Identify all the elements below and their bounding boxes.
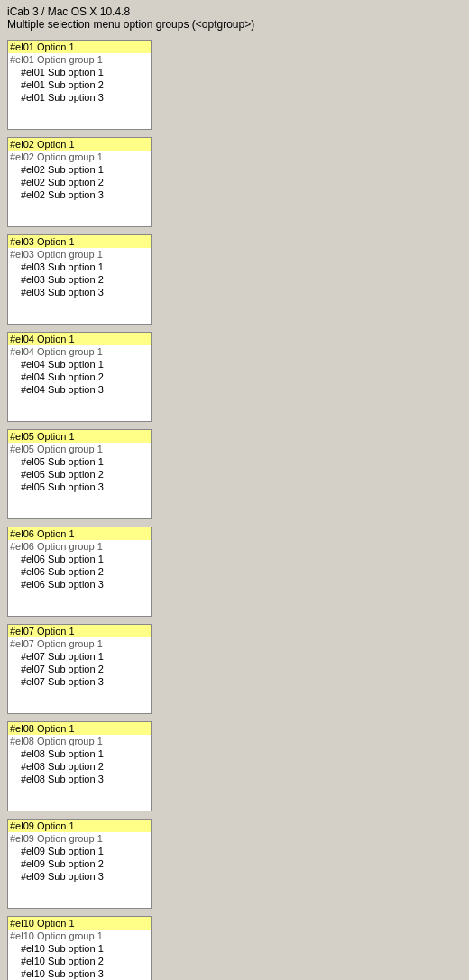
group-label-el04: #el04 Option group 1	[8, 345, 151, 358]
sub-option-el03-2[interactable]: #el03 Sub option 2	[8, 273, 151, 286]
sub-option-el04-1[interactable]: #el04 Sub option 1	[8, 358, 151, 371]
select-list-el02: #el02 Option 1#el02 Option group 1#el02 …	[8, 138, 151, 226]
sub-option-el09-3[interactable]: #el09 Sub option 3	[8, 870, 151, 883]
sub-option-el09-2[interactable]: #el09 Sub option 2	[8, 857, 151, 870]
select-el03[interactable]: #el03 Option 1#el03 Option group 1#el03 …	[7, 234, 152, 325]
select-list-el10: #el10 Option 1#el10 Option group 1#el10 …	[8, 917, 151, 980]
page-subtitle: Multiple selection menu option groups (<…	[7, 18, 462, 31]
sub-option-el08-3[interactable]: #el08 Sub option 3	[8, 773, 151, 785]
sub-option-el06-2[interactable]: #el06 Sub option 2	[8, 565, 151, 578]
sub-option-el03-3[interactable]: #el03 Sub option 3	[8, 286, 151, 298]
sub-option-el10-1[interactable]: #el10 Sub option 1	[8, 942, 151, 955]
sub-option-el07-2[interactable]: #el07 Sub option 2	[8, 663, 151, 675]
top-option-el01[interactable]: #el01 Option 1	[8, 41, 151, 53]
group-label-el02: #el02 Option group 1	[8, 151, 151, 163]
select-el07[interactable]: #el07 Option 1#el07 Option group 1#el07 …	[7, 624, 152, 714]
top-option-el04[interactable]: #el04 Option 1	[8, 333, 151, 345]
group-label-el05: #el05 Option group 1	[8, 443, 151, 455]
select-list-el04: #el04 Option 1#el04 Option group 1#el04 …	[8, 333, 151, 421]
sub-option-el10-3[interactable]: #el10 Sub option 3	[8, 967, 151, 980]
sub-option-el02-2[interactable]: #el02 Sub option 2	[8, 176, 151, 188]
group-label-el07: #el07 Option group 1	[8, 637, 151, 650]
top-option-el06[interactable]: #el06 Option 1	[8, 527, 151, 540]
sub-option-el08-1[interactable]: #el08 Sub option 1	[8, 747, 151, 760]
select-list-el05: #el05 Option 1#el05 Option group 1#el05 …	[8, 430, 151, 518]
sub-option-el05-1[interactable]: #el05 Sub option 1	[8, 455, 151, 468]
sub-option-el09-1[interactable]: #el09 Sub option 1	[8, 845, 151, 857]
sub-option-el05-2[interactable]: #el05 Sub option 2	[8, 468, 151, 481]
top-option-el08[interactable]: #el08 Option 1	[8, 722, 151, 735]
select-el10[interactable]: #el10 Option 1#el10 Option group 1#el10 …	[7, 916, 152, 980]
select-el01[interactable]: #el01 Option 1#el01 Option group 1#el01 …	[7, 40, 152, 130]
sub-option-el10-2[interactable]: #el10 Sub option 2	[8, 955, 151, 967]
select-list-el01: #el01 Option 1#el01 Option group 1#el01 …	[8, 41, 151, 129]
app-title: iCab 3 / Mac OS X 10.4.8	[7, 5, 462, 18]
selects-container: #el01 Option 1#el01 Option group 1#el01 …	[0, 34, 469, 980]
top-option-el07[interactable]: #el07 Option 1	[8, 625, 151, 637]
select-list-el03: #el03 Option 1#el03 Option group 1#el03 …	[8, 235, 151, 324]
sub-option-el07-3[interactable]: #el07 Sub option 3	[8, 675, 151, 688]
sub-option-el04-3[interactable]: #el04 Sub option 3	[8, 383, 151, 396]
group-label-el03: #el03 Option group 1	[8, 248, 151, 261]
top-option-el10[interactable]: #el10 Option 1	[8, 917, 151, 930]
group-label-el06: #el06 Option group 1	[8, 540, 151, 553]
sub-option-el07-1[interactable]: #el07 Sub option 1	[8, 650, 151, 663]
group-label-el08: #el08 Option group 1	[8, 735, 151, 747]
top-option-el02[interactable]: #el02 Option 1	[8, 138, 151, 151]
select-el09[interactable]: #el09 Option 1#el09 Option group 1#el09 …	[7, 819, 152, 909]
group-label-el10: #el10 Option group 1	[8, 930, 151, 942]
sub-option-el06-1[interactable]: #el06 Sub option 1	[8, 553, 151, 565]
sub-option-el04-2[interactable]: #el04 Sub option 2	[8, 371, 151, 383]
sub-option-el02-1[interactable]: #el02 Sub option 1	[8, 163, 151, 176]
select-list-el08: #el08 Option 1#el08 Option group 1#el08 …	[8, 722, 151, 811]
sub-option-el03-1[interactable]: #el03 Sub option 1	[8, 261, 151, 273]
select-list-el09: #el09 Option 1#el09 Option group 1#el09 …	[8, 820, 151, 908]
sub-option-el01-3[interactable]: #el01 Sub option 3	[8, 91, 151, 104]
select-el08[interactable]: #el08 Option 1#el08 Option group 1#el08 …	[7, 721, 152, 811]
select-list-el06: #el06 Option 1#el06 Option group 1#el06 …	[8, 527, 151, 616]
select-list-el07: #el07 Option 1#el07 Option group 1#el07 …	[8, 625, 151, 713]
sub-option-el05-3[interactable]: #el05 Sub option 3	[8, 481, 151, 493]
select-el04[interactable]: #el04 Option 1#el04 Option group 1#el04 …	[7, 332, 152, 422]
select-el02[interactable]: #el02 Option 1#el02 Option group 1#el02 …	[7, 137, 152, 227]
sub-option-el08-2[interactable]: #el08 Sub option 2	[8, 760, 151, 773]
sub-option-el06-3[interactable]: #el06 Sub option 3	[8, 578, 151, 591]
sub-option-el02-3[interactable]: #el02 Sub option 3	[8, 188, 151, 201]
sub-option-el01-2[interactable]: #el01 Sub option 2	[8, 78, 151, 91]
group-label-el01: #el01 Option group 1	[8, 53, 151, 66]
header: iCab 3 / Mac OS X 10.4.8 Multiple select…	[0, 0, 469, 34]
select-el06[interactable]: #el06 Option 1#el06 Option group 1#el06 …	[7, 527, 152, 617]
group-label-el09: #el09 Option group 1	[8, 832, 151, 845]
top-option-el03[interactable]: #el03 Option 1	[8, 235, 151, 248]
top-option-el09[interactable]: #el09 Option 1	[8, 820, 151, 832]
top-option-el05[interactable]: #el05 Option 1	[8, 430, 151, 443]
sub-option-el01-1[interactable]: #el01 Sub option 1	[8, 66, 151, 78]
select-el05[interactable]: #el05 Option 1#el05 Option group 1#el05 …	[7, 429, 152, 519]
